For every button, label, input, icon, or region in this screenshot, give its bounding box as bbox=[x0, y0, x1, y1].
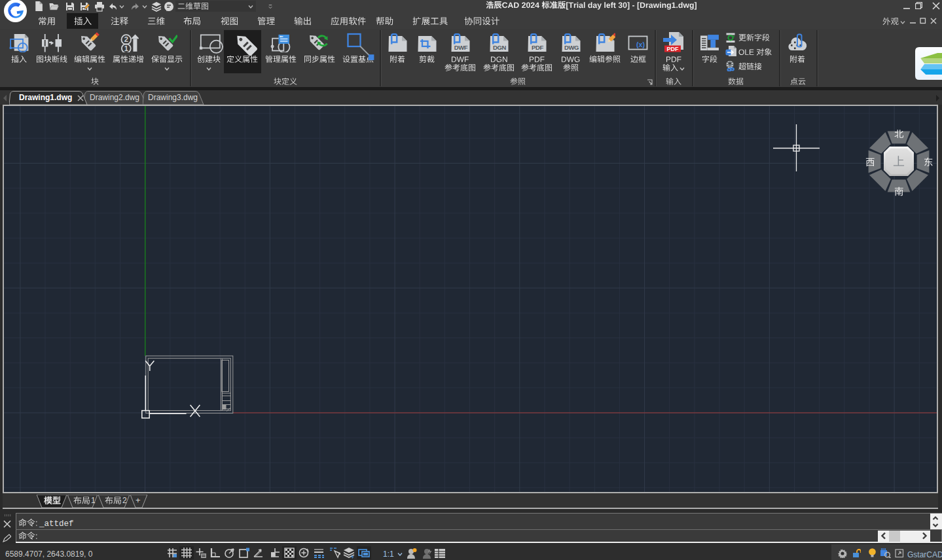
svg-text:DGN: DGN bbox=[493, 44, 506, 51]
svg-text:(x): (x) bbox=[636, 41, 645, 48]
svg-text:2: 2 bbox=[124, 35, 128, 43]
svg-text:1: 1 bbox=[124, 44, 128, 52]
svg-text:PDF: PDF bbox=[667, 46, 679, 52]
svg-text:DWG: DWG bbox=[564, 44, 579, 51]
svg-text:PDF: PDF bbox=[532, 44, 543, 51]
svg-text:DWF: DWF bbox=[454, 44, 468, 51]
